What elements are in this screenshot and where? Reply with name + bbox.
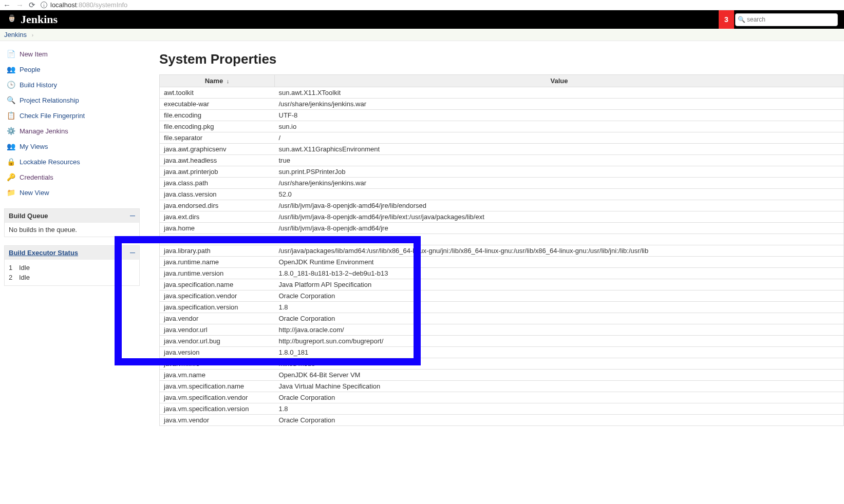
table-row: java.vendor.urlhttp://java.oracle.com/ xyxy=(160,324,844,336)
page-title: System Properties xyxy=(159,51,844,67)
reload-button[interactable]: ⟳ xyxy=(29,1,35,10)
prop-name: java.specification.version xyxy=(160,302,275,313)
prop-name: file.encoding xyxy=(160,110,275,121)
prop-value: /usr/share/jenkins/jenkins.war xyxy=(275,99,844,110)
prop-value: 1.8 xyxy=(275,403,844,415)
search-box[interactable]: 🔍 xyxy=(735,13,838,26)
back-button[interactable]: ← xyxy=(3,1,11,9)
table-row: java.vm.specification.nameJava Virtual M… xyxy=(160,381,844,392)
table-row: java.runtime.version1.8.0_181-8u181-b13-… xyxy=(160,268,844,279)
table-row: java.home/usr/lib/jvm/java-8-openjdk-amd… xyxy=(160,223,844,234)
sidebar-item[interactable]: ⚙️Manage Jenkins xyxy=(4,123,140,139)
credentials-icon: 🔑 xyxy=(6,172,15,182)
table-row: awt.toolkitsun.awt.X11.XToolkit xyxy=(160,87,844,99)
prop-name: java.awt.graphicsenv xyxy=(160,144,275,155)
sort-indicator-icon: ↓ xyxy=(227,78,230,84)
table-row: java.runtime.nameOpenJDK Runtime Environ… xyxy=(160,257,844,268)
prop-value: OpenJDK Runtime Environment xyxy=(275,257,844,268)
notification-badge[interactable]: 3 xyxy=(719,10,734,29)
fingerprint-icon: 📋 xyxy=(6,111,15,120)
sidebar-item-label[interactable]: Lockable Resources xyxy=(20,158,80,166)
prop-value: 1.8.0_181-8u181-b13-2~deb9u1-b13 xyxy=(275,268,844,279)
table-row: java.vendor.url.bughttp://bugreport.sun.… xyxy=(160,336,844,347)
prop-value: /tmp xyxy=(275,234,844,245)
executor-title[interactable]: Build Executor Status xyxy=(9,249,78,257)
collapse-icon[interactable]: — xyxy=(130,250,135,256)
sidebar-item-label[interactable]: My Views xyxy=(20,143,48,150)
header: Jenkins 3 🔍 xyxy=(0,10,844,29)
search-input[interactable] xyxy=(735,13,838,26)
build-queue-title: Build Queue xyxy=(9,212,48,220)
sidebar-item[interactable]: 🔑Credentials xyxy=(4,169,140,185)
executor-state: Idle xyxy=(19,274,30,281)
prop-value: Oracle Corporation xyxy=(275,313,844,324)
sidebar-item-label[interactable]: Check File Fingerprint xyxy=(20,112,85,120)
logo[interactable]: Jenkins xyxy=(6,13,58,26)
prop-name: java.library.path xyxy=(160,245,275,257)
prop-value: Oracle Corporation xyxy=(275,290,844,302)
table-row: executable-war/usr/share/jenkins/jenkins… xyxy=(160,99,844,110)
build-queue-body: No builds in the queue. xyxy=(5,223,139,237)
table-row: java.library.path/usr/java/packages/lib/… xyxy=(160,245,844,257)
sidebar-item[interactable]: 📋Check File Fingerprint xyxy=(4,108,140,123)
table-row: file.encodingUTF-8 xyxy=(160,110,844,121)
sidebar-item[interactable]: 👥People xyxy=(4,62,140,77)
sidebar-item-label[interactable]: New View xyxy=(20,189,49,197)
sidebar-item[interactable]: 🔒Lockable Resources xyxy=(4,154,140,169)
prop-name: java.vm.info xyxy=(160,358,275,370)
sidebar-item[interactable]: 👥My Views xyxy=(4,139,140,154)
prop-name: java.ext.dirs xyxy=(160,211,275,223)
prop-name: java.home xyxy=(160,223,275,234)
sidebar-item-label[interactable]: People xyxy=(20,66,40,73)
prop-value: / xyxy=(275,132,844,144)
people-icon: 👥 xyxy=(6,65,15,74)
main-content: System Properties Name ↓ Value awt.toolk… xyxy=(144,41,844,436)
prop-value: /usr/lib/jvm/java-8-openjdk-amd64/jre xyxy=(275,223,844,234)
prop-value: http://bugreport.sun.com/bugreport/ xyxy=(275,336,844,347)
prop-name: java.vm.specification.version xyxy=(160,403,275,415)
breadcrumb: Jenkins › xyxy=(0,29,844,41)
table-row: java.specification.vendorOracle Corporat… xyxy=(160,290,844,302)
prop-name: java.runtime.name xyxy=(160,257,275,268)
url-bar[interactable]: i localhost:8080/systemInfo xyxy=(41,1,127,9)
executor-num: 1 xyxy=(9,264,15,272)
prop-name: java.vm.specification.name xyxy=(160,381,275,392)
prop-name: java.runtime.version xyxy=(160,268,275,279)
collapse-icon[interactable]: — xyxy=(130,213,135,219)
sidebar-item-label[interactable]: New Item xyxy=(20,50,48,58)
table-row: java.class.path/usr/share/jenkins/jenkin… xyxy=(160,178,844,189)
prop-name: file.encoding.pkg xyxy=(160,121,275,132)
table-row: file.separator/ xyxy=(160,132,844,144)
url-path: /systemInfo xyxy=(93,1,127,9)
sidebar-item[interactable]: 📁New View xyxy=(4,185,140,200)
table-row: java.io.tmpdir/tmp xyxy=(160,234,844,245)
sidebar-item[interactable]: 📄New Item xyxy=(4,46,140,62)
forward-button[interactable]: → xyxy=(16,1,24,9)
prop-value: true xyxy=(275,155,844,166)
breadcrumb-root[interactable]: Jenkins xyxy=(4,31,27,38)
prop-name: file.separator xyxy=(160,132,275,144)
prop-name: java.io.tmpdir xyxy=(160,234,275,245)
properties-table: Name ↓ Value awt.toolkitsun.awt.X11.XToo… xyxy=(159,74,844,426)
sidebar-item-label[interactable]: Manage Jenkins xyxy=(20,127,68,135)
sidebar-item-label[interactable]: Build History xyxy=(20,81,57,89)
sidebar-item-label[interactable]: Project Relationship xyxy=(20,96,79,104)
manage-icon: ⚙️ xyxy=(6,126,15,135)
prop-name: java.vm.name xyxy=(160,370,275,381)
info-icon[interactable]: i xyxy=(41,2,47,8)
prop-name: java.specification.vendor xyxy=(160,290,275,302)
browser-chrome: ← → ⟳ i localhost:8080/systemInfo xyxy=(0,0,844,10)
svg-point-3 xyxy=(10,18,11,18)
col-header-value[interactable]: Value xyxy=(275,75,844,87)
url-port: :8080 xyxy=(77,1,93,9)
executor-num: 2 xyxy=(9,274,15,281)
sidebar-item[interactable]: 🕒Build History xyxy=(4,77,140,92)
sidebar-item[interactable]: 🔍Project Relationship xyxy=(4,92,140,108)
url-host: localhost xyxy=(50,1,77,9)
prop-name: java.class.version xyxy=(160,189,275,200)
table-row: java.specification.nameJava Platform API… xyxy=(160,279,844,290)
history-icon: 🕒 xyxy=(6,80,15,89)
sidebar-item-label[interactable]: Credentials xyxy=(20,173,53,181)
col-header-name[interactable]: Name ↓ xyxy=(160,75,275,87)
prop-value: Java Platform API Specification xyxy=(275,279,844,290)
